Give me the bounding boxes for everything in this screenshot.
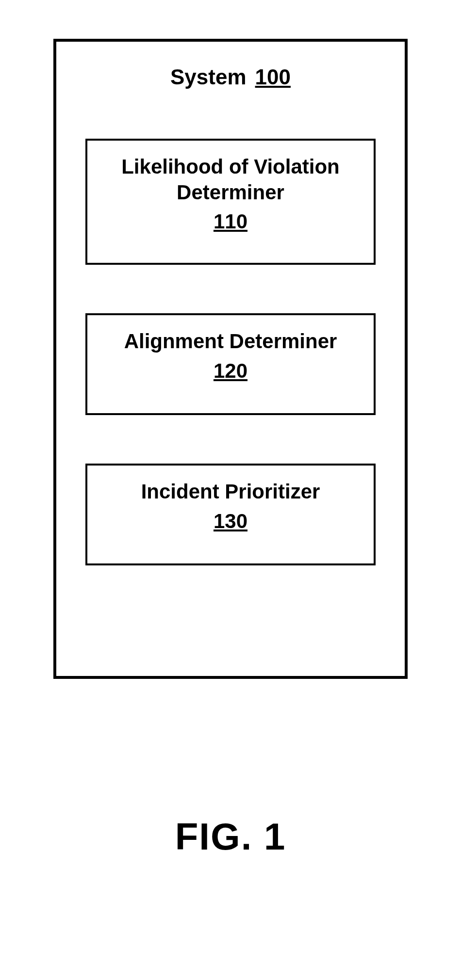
likelihood-violation-determiner-box: Likelihood of Violation Determiner 110 — [85, 139, 376, 265]
figure-label: FIG. 1 — [0, 815, 461, 859]
box1-title: Likelihood of Violation Determiner — [97, 154, 364, 205]
system-label: System100 — [56, 65, 405, 89]
box1-ref-number: 110 — [97, 210, 364, 233]
system-label-text: System — [170, 65, 247, 89]
alignment-determiner-box: Alignment Determiner 120 — [85, 313, 376, 415]
box2-title: Alignment Determiner — [97, 329, 364, 354]
box3-title: Incident Prioritizer — [97, 479, 364, 505]
box2-ref-number: 120 — [97, 359, 364, 383]
system-ref-number: 100 — [255, 65, 291, 89]
system-box: System100 Likelihood of Violation Determ… — [53, 39, 408, 679]
box3-ref-number: 130 — [97, 510, 364, 533]
diagram-canvas: System100 Likelihood of Violation Determ… — [0, 0, 461, 980]
incident-prioritizer-box: Incident Prioritizer 130 — [85, 464, 376, 565]
